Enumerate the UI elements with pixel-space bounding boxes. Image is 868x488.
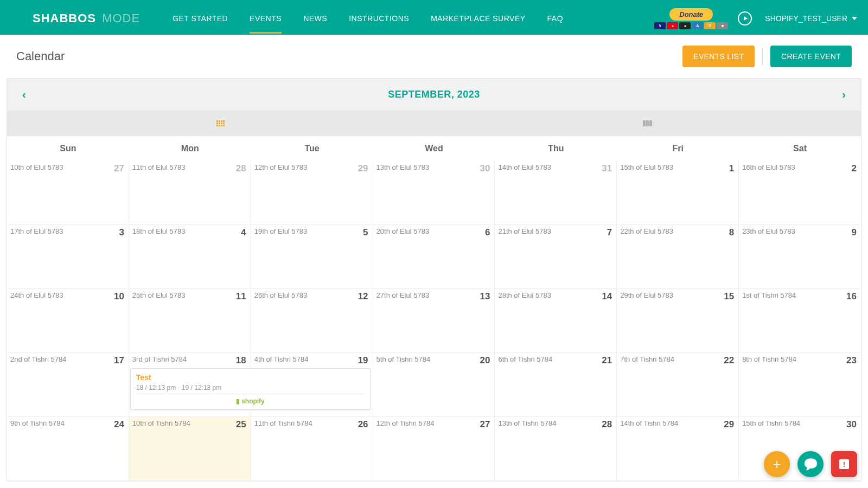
hebrew-date: 13th of Tishri 5784 [498, 419, 613, 427]
calendar-cell[interactable]: 14th of Tishri 578429 [617, 417, 739, 481]
day-number: 19 [358, 355, 368, 366]
calendar-cell[interactable]: 12th of Tishri 578427 [373, 417, 495, 481]
calendar-cell[interactable]: 10th of Elul 578327 [7, 161, 129, 225]
month-label[interactable]: SEPTEMBER, 2023 [388, 89, 480, 100]
day-number: 3 [119, 227, 124, 238]
feedback-fab[interactable] [831, 451, 857, 477]
day-number: 24 [114, 419, 124, 430]
calendar-cell[interactable]: 19th of Elul 57835 [251, 225, 373, 289]
calendar-cell[interactable]: 25th of Elul 578311 [129, 289, 251, 353]
hebrew-date: 23th of Elul 5783 [742, 227, 858, 235]
hebrew-date: 20th of Elul 5783 [376, 227, 492, 235]
hebrew-date: 11th of Tishri 5784 [254, 419, 369, 427]
calendar-cell[interactable]: 9th of Tishri 578424 [7, 417, 129, 481]
hebrew-date: 19th of Elul 5783 [254, 227, 369, 235]
add-fab[interactable]: + [764, 451, 790, 477]
nav-item-marketplace-survey[interactable]: MARKETPLACE SURVEY [431, 3, 525, 34]
calendar-cell[interactable]: 24th of Elul 578310 [7, 289, 129, 353]
day-of-week-header: SunMonTueWedThuFriSat [7, 136, 861, 161]
calendar-cell[interactable]: 23th of Elul 57839 [739, 225, 861, 289]
hebrew-date: 8th of Tishri 5784 [742, 355, 858, 363]
play-icon[interactable] [738, 11, 752, 25]
hebrew-date: 10th of Tishri 5784 [132, 419, 247, 427]
day-number: 23 [846, 355, 857, 366]
brand-main: SHABBOS [33, 11, 96, 25]
day-number: 7 [607, 227, 612, 238]
hebrew-date: 28th of Elul 5783 [498, 291, 613, 299]
day-number: 16 [846, 291, 857, 302]
month-view-toggle[interactable] [7, 111, 434, 136]
events-list-button[interactable]: EVENTS LIST [682, 46, 755, 67]
calendar-cell[interactable]: 13th of Tishri 578428 [495, 417, 617, 481]
visa-icon: V [654, 22, 666, 29]
calendar: ‹ SEPTEMBER, 2023 › SunMonTueWedThuFriSa… [7, 78, 861, 481]
day-number: 14 [602, 291, 612, 302]
event-card[interactable]: Test18 / 12:13 pm - 19 / 12:13 pmshopify [130, 368, 371, 410]
calendar-cell[interactable]: 15th of Elul 57831 [617, 161, 739, 225]
calendar-cell[interactable]: 1st of Tishri 578416 [739, 289, 861, 353]
day-number: 28 [602, 419, 612, 430]
day-number: 17 [114, 355, 124, 366]
calendar-cell[interactable]: 11th of Tishri 578426 [251, 417, 373, 481]
grid-week-icon [643, 120, 652, 126]
calendar-cell[interactable]: 26th of Elul 578312 [251, 289, 373, 353]
hebrew-date: 14th of Tishri 5784 [620, 419, 735, 427]
hebrew-date: 18th of Elul 5783 [132, 227, 247, 235]
day-number: 18 [236, 355, 246, 366]
calendar-cell[interactable]: 28th of Elul 578314 [495, 289, 617, 353]
nav-item-instructions[interactable]: INSTRUCTIONS [349, 3, 409, 34]
card-icon: ■ [717, 22, 728, 29]
hebrew-date: 14th of Elul 5783 [498, 163, 613, 171]
nav-item-events[interactable]: EVENTS [250, 3, 282, 34]
calendar-cell[interactable]: 12th of Elul 578329 [251, 161, 373, 225]
day-number: 29 [358, 163, 368, 174]
chat-fab[interactable] [797, 451, 824, 477]
calendar-cell[interactable]: 14th of Elul 578331 [495, 161, 617, 225]
day-number: 27 [480, 419, 490, 430]
calendar-cell[interactable]: 2nd of Tishri 578417 [7, 353, 129, 417]
calendar-cell[interactable]: 17th of Elul 57833 [7, 225, 129, 289]
calendar-cell[interactable]: 8th of Tishri 578423 [739, 353, 861, 417]
brand-logo[interactable]: SHABBOS MODE [33, 11, 140, 25]
hebrew-date: 26th of Elul 5783 [254, 291, 369, 299]
day-number: 9 [852, 227, 857, 238]
week-view-toggle[interactable] [434, 111, 861, 136]
calendar-cell[interactable]: 22th of Elul 57838 [617, 225, 739, 289]
donate-block[interactable]: Donate V ● ● A D ■ [654, 8, 728, 29]
calendar-cell[interactable]: 16th of Elul 57832 [739, 161, 861, 225]
hebrew-date: 22th of Elul 5783 [620, 227, 735, 235]
calendar-cell[interactable]: 7th of Tishri 578422 [617, 353, 739, 417]
next-month-button[interactable]: › [842, 88, 846, 101]
dow-header: Sun [7, 136, 129, 161]
create-event-button[interactable]: CREATE EVENT [770, 46, 852, 67]
calendar-cell[interactable]: 11th of Elul 578328 [129, 161, 251, 225]
calendar-cell[interactable]: 18th of Elul 57834 [129, 225, 251, 289]
header-actions: EVENTS LIST CREATE EVENT [682, 46, 852, 67]
calendar-cell[interactable]: 5th of Tishri 578420 [373, 353, 495, 417]
brand-sub: MODE [102, 11, 140, 25]
calendar-cell[interactable]: 20th of Elul 57836 [373, 225, 495, 289]
nav-items: GET STARTEDEVENTSNEWSINSTRUCTIONSMARKETP… [173, 3, 654, 34]
calendar-cell[interactable]: 13th of Elul 578330 [373, 161, 495, 225]
chat-icon [804, 458, 818, 471]
hebrew-date: 24th of Elul 5783 [10, 291, 125, 299]
hebrew-date: 25th of Elul 5783 [132, 291, 247, 299]
event-badge: shopify [136, 394, 365, 405]
vertical-divider [762, 47, 763, 66]
calendar-cell[interactable]: 27th of Elul 578313 [373, 289, 495, 353]
day-number: 20 [480, 355, 490, 366]
calendar-cell[interactable]: 10th of Tishri 578425 [129, 417, 251, 481]
prev-month-button[interactable]: ‹ [22, 88, 26, 101]
calendar-cell[interactable]: 29th of Elul 578315 [617, 289, 739, 353]
hebrew-date: 4th of Tishri 5784 [254, 355, 369, 363]
day-number: 8 [729, 227, 734, 238]
day-number: 31 [602, 163, 612, 174]
calendar-cell[interactable]: 3rd of Tishri 578418Test18 / 12:13 pm - … [129, 353, 251, 417]
nav-item-get-started[interactable]: GET STARTED [173, 3, 228, 34]
nav-item-faq[interactable]: FAQ [547, 3, 564, 34]
calendar-cell[interactable]: 6th of Tishri 578421 [495, 353, 617, 417]
nav-item-news[interactable]: NEWS [303, 3, 327, 34]
donate-button[interactable]: Donate [669, 8, 713, 21]
user-menu[interactable]: SHOPIFY_TEST_USER [765, 14, 857, 23]
calendar-cell[interactable]: 21th of Elul 57837 [495, 225, 617, 289]
